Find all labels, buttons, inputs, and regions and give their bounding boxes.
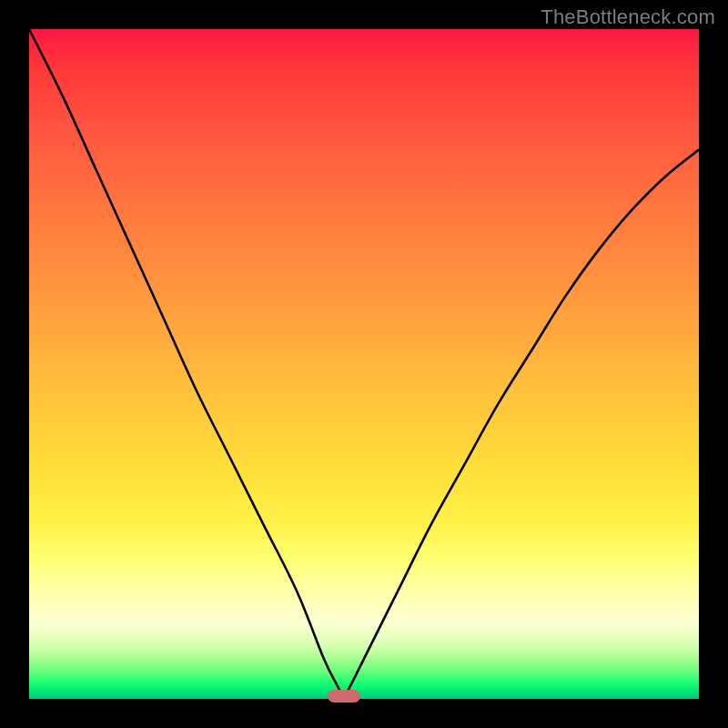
- curve-layer: [29, 29, 699, 699]
- plot-area: [29, 29, 699, 699]
- watermark-text: TheBottleneck.com: [541, 5, 715, 29]
- bottleneck-curve-path: [29, 29, 699, 699]
- chart-frame: TheBottleneck.com: [0, 0, 728, 728]
- minimum-marker: [328, 690, 361, 703]
